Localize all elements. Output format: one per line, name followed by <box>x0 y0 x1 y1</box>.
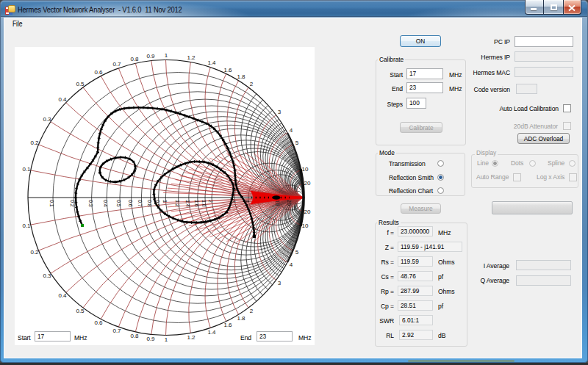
svg-text:1.2: 1.2 <box>187 334 196 341</box>
svg-text:0.6: 0.6 <box>94 69 103 76</box>
svg-text:2: 2 <box>208 200 213 203</box>
svg-text:0.8: 0.8 <box>130 333 139 339</box>
svg-text:0.9: 0.9 <box>146 336 155 342</box>
svg-text:1.4: 1.4 <box>207 59 216 66</box>
svg-text:1.8: 1.8 <box>237 315 245 322</box>
svg-text:5: 5 <box>295 140 299 146</box>
svg-text:0.6: 0.6 <box>94 319 103 326</box>
svg-text:2: 2 <box>250 308 254 314</box>
svg-text:0.3: 0.3 <box>43 116 51 123</box>
svg-text:0.8: 0.8 <box>147 200 152 207</box>
svg-text:0.3: 0.3 <box>43 272 51 279</box>
svg-text:0.9: 0.9 <box>146 53 155 59</box>
svg-text:1: 1 <box>162 200 168 203</box>
svg-text:3: 3 <box>278 280 282 286</box>
svg-text:0.7: 0.7 <box>112 328 121 334</box>
svg-text:1.2: 1.2 <box>187 54 196 61</box>
svg-text:0.4: 0.4 <box>58 292 67 299</box>
svg-text:20: 20 <box>304 209 311 215</box>
svg-text:0.5: 0.5 <box>116 200 121 207</box>
svg-text:0.1: 0.1 <box>22 223 31 229</box>
svg-text:0.6: 0.6 <box>128 200 133 207</box>
svg-text:10: 10 <box>302 166 309 173</box>
svg-text:0.7: 0.7 <box>137 200 143 207</box>
svg-text:0.5: 0.5 <box>76 81 85 87</box>
svg-text:0.3: 0.3 <box>88 200 93 207</box>
svg-text:4: 4 <box>290 261 293 268</box>
svg-text:20: 20 <box>287 200 292 206</box>
svg-text:2: 2 <box>250 81 254 87</box>
svg-text:0.5: 0.5 <box>76 308 85 314</box>
svg-text:1.4: 1.4 <box>185 200 190 207</box>
svg-text:0.8: 0.8 <box>130 56 139 62</box>
svg-text:1.6: 1.6 <box>223 322 232 328</box>
svg-text:5: 5 <box>295 249 299 256</box>
svg-text:0.2: 0.2 <box>30 249 39 256</box>
svg-text:1: 1 <box>165 336 168 343</box>
svg-text:0.4: 0.4 <box>103 200 108 207</box>
svg-text:20: 20 <box>304 180 311 187</box>
svg-text:10: 10 <box>302 223 309 229</box>
svg-text:1.8: 1.8 <box>201 200 207 207</box>
svg-text:0.1: 0.1 <box>49 200 54 207</box>
svg-text:1.6: 1.6 <box>223 67 232 73</box>
svg-text:1.8: 1.8 <box>237 73 245 80</box>
svg-text:1: 1 <box>165 52 168 59</box>
svg-text:4: 4 <box>290 127 293 134</box>
svg-text:0.7: 0.7 <box>112 61 121 68</box>
svg-text:0.2: 0.2 <box>30 140 39 146</box>
svg-text:0.4: 0.4 <box>58 96 67 103</box>
svg-text:0.1: 0.1 <box>22 166 31 173</box>
svg-text:3: 3 <box>278 109 282 115</box>
svg-text:1.2: 1.2 <box>175 200 180 207</box>
svg-text:1.6: 1.6 <box>194 200 199 207</box>
svg-text:1.4: 1.4 <box>207 329 216 336</box>
svg-text:0.2: 0.2 <box>70 200 75 207</box>
